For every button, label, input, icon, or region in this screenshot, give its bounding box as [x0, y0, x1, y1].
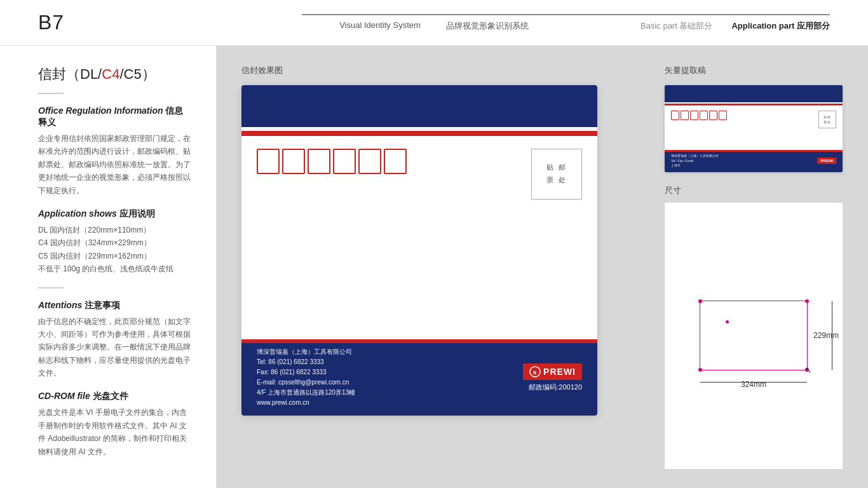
env-logo-area: B PREWI 邮政编码:200120: [523, 363, 582, 392]
section2-item-2: C5 国内信封（229mm×162mm）: [38, 250, 191, 262]
stamp-area: 贴 邮票 处: [531, 149, 582, 200]
section2-title-en: Application shows: [38, 208, 117, 219]
thumb-logo: PREWI: [817, 158, 836, 164]
thumb-address: 上海市: [671, 163, 719, 168]
section1-title-en: Office Regulation Information: [38, 105, 163, 116]
section1-title: Office Regulation Information 信息释义: [38, 105, 191, 128]
section2-title: Application shows 应用说明: [38, 208, 191, 220]
main-content: 信封（DL/C4/C5） Office Regulation Informati…: [0, 46, 868, 488]
postal-box-6: [384, 149, 407, 174]
section3-body: 由于信息的不确定性，此页部分规范（如文字大小、间距等）可作为参考使用，具体可根据…: [38, 315, 191, 380]
company-address: 4/F 上海市普通路以连路120弄13幢: [257, 388, 355, 398]
section3-title-en: Attentions: [38, 300, 82, 310]
section3-title-cn: 注意事项: [85, 300, 120, 310]
company-fax: Fax: 86 (021) 6822 3333: [257, 367, 355, 377]
prewi-logo: B PREWI: [523, 363, 582, 380]
section2-item-3: 不低于 100g 的白色纸、浅色纸或牛皮纸: [38, 262, 191, 275]
envelope-section: 信封效果图: [241, 65, 652, 469]
company-name: 博深普瑞嘉（上海）工具有限公司: [257, 347, 355, 357]
header-center: Visual Identity System 品牌视觉形象识别系统: [302, 14, 566, 32]
svg-text:B: B: [533, 370, 537, 375]
dim-height-label: 229mm: [813, 331, 839, 340]
stamp-text: 贴 邮票 处: [546, 161, 566, 187]
thumb-box-2: [681, 111, 689, 120]
dimensions-section: 尺寸 229mm 324mm: [665, 185, 843, 470]
thumb-postal-boxes: [671, 111, 836, 120]
section4-title-en: CD-ROM file: [38, 391, 90, 401]
dim-dot-mid: [726, 320, 729, 323]
logo-icon-svg: B: [529, 366, 541, 377]
company-email: E-mail: cpsselthg@prewi.com.cn: [257, 377, 355, 388]
app-part-label: Application part 应用部分: [731, 20, 830, 32]
title-suffix: /C5）: [119, 66, 155, 82]
right-content: 信封效果图: [216, 46, 868, 488]
env-bottom-info: 博深普瑞嘉（上海）工具有限公司 Tel: 86 (021) 6822 3333 …: [257, 347, 355, 408]
thumb-stamp-area: 贴邮票处: [818, 111, 836, 128]
cursor-icon: ↖: [804, 365, 812, 375]
env-bottom: 博深普瑞嘉（上海）工具有限公司 Tel: 86 (021) 6822 3333 …: [241, 339, 597, 416]
section2-item-1: C4 国内信封（324mm×229mm）: [38, 236, 191, 249]
env-top-bar: [241, 85, 597, 136]
logo-text: PREWI: [543, 367, 576, 377]
section3-title: Attentions 注意事项: [38, 300, 191, 311]
section2-body: DL 国内信封（220mm×110mm） C4 国内信封（324mm×229mm…: [38, 224, 191, 276]
thumb-body: 贴邮票处: [665, 105, 843, 150]
company-tel: Tel: 86 (021) 6822 3333: [257, 357, 355, 367]
postal-box-3: [308, 149, 330, 174]
dim-heading: 尺寸: [665, 185, 843, 196]
thumb-box-4: [700, 111, 708, 120]
postal-box-4: [333, 149, 356, 174]
thumb-bottom: 博深普瑞嘉（上海）工具有限公司 Tel / Fax / Email 上海市 PR…: [665, 150, 843, 172]
dim-dot-bl: [698, 368, 702, 372]
postal-code-bottom: 邮政编码:200120: [529, 383, 582, 392]
section2-title-cn: 应用说明: [119, 208, 155, 219]
thumb-box-1: [671, 111, 679, 120]
section4-title-cn: 光盘文件: [93, 391, 128, 401]
basic-part-label: Basic part 基础部分: [641, 20, 712, 32]
env-red-stripe: [241, 131, 597, 136]
thumb-bottom-red-stripe: [665, 150, 843, 152]
vector-heading: 矢量提取稿: [665, 65, 843, 76]
title-c4: C4: [102, 66, 119, 82]
left-panel: 信封（DL/C4/C5） Office Regulation Informati…: [0, 46, 216, 488]
thumb-company: 博深普瑞嘉（上海）工具有限公司: [671, 154, 719, 159]
envelope-heading: 信封效果图: [241, 65, 652, 76]
page-header: B7 Visual Identity System 品牌视觉形象识别系统 Bas…: [0, 0, 868, 46]
thumb-contact: Tel / Fax / Email: [671, 159, 719, 164]
thumb-box-3: [690, 111, 698, 120]
divider: [38, 93, 64, 94]
section1-body: 企业专用信封依照国家邮政管理部门规定，在标准允许的范围内进行设计，邮政编码框、贴…: [38, 132, 191, 197]
page-code-section: B7: [38, 11, 302, 34]
title-prefix: 信封（DL/: [38, 66, 102, 82]
postal-box-5: [358, 149, 381, 174]
section2-item-0: DL 国内信封（220mm×110mm）: [38, 224, 191, 236]
dim-dot-tr: [805, 299, 809, 303]
vector-section: 矢量提取稿 贴邮票处: [665, 65, 843, 172]
dim-inner-rect: 229mm 324mm ↖: [700, 301, 808, 370]
divider2: [38, 287, 64, 288]
envelope-preview: 贴 邮票 处 博深普瑞嘉（上海）工具有限公司 Tel: 86 (021) 682…: [241, 85, 597, 416]
dim-box: 229mm 324mm ↖: [665, 203, 843, 470]
section4-title: CD-ROM file 光盘文件: [38, 391, 191, 402]
thumb-box-5: [709, 111, 717, 120]
vis-label-en: Visual Identity System: [339, 20, 421, 32]
dim-width-label: 324mm: [741, 380, 766, 389]
dim-dot-tl: [698, 299, 702, 303]
thumb-stamp-text: 贴邮票处: [824, 114, 831, 125]
thumb-preview: 贴邮票处 博深普瑞嘉（上海）工具有限公司 Tel / Fax / Email 上…: [665, 85, 843, 172]
vis-label-cn: 品牌视觉形象识别系统: [446, 20, 529, 32]
thumb-box-6: [719, 111, 727, 120]
page-code: B7: [38, 11, 302, 34]
env-bottom-red-top: [241, 339, 597, 343]
postal-box-2: [282, 149, 305, 174]
thumb-top-bar: [665, 85, 843, 105]
company-website: www.prewi.com.cn: [257, 398, 355, 408]
section4-body: 光盘文件是本 VI 手册电子文件的集合，内含手册制作时的专用软件格式文件。其中 …: [38, 406, 191, 458]
thumb-bottom-info: 博深普瑞嘉（上海）工具有限公司 Tel / Fax / Email 上海市: [671, 154, 719, 168]
header-right: Basic part 基础部分 Application part 应用部分: [566, 14, 830, 32]
postal-box-1: [257, 149, 280, 174]
envelope-title: 信封（DL/C4/C5）: [38, 65, 191, 84]
env-body: 贴 邮票 处: [241, 136, 597, 339]
